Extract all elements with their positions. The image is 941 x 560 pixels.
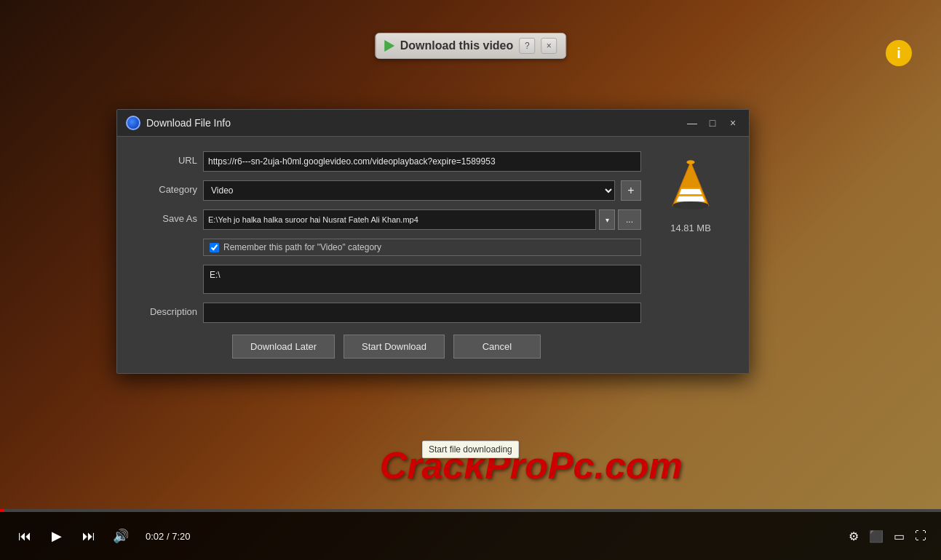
close-button[interactable]: × (726, 116, 740, 130)
download-bar-text: Download this video (400, 39, 514, 52)
remember-row: Remember this path for "Video" category (203, 239, 641, 256)
play-button[interactable]: ▶ (47, 526, 67, 546)
info-icon[interactable]: i (886, 40, 912, 66)
pip-icon[interactable]: ⬛ (869, 529, 884, 543)
time-display: 0:02 / 7:20 (146, 531, 190, 542)
minimize-button[interactable]: — (685, 116, 699, 130)
file-size: 14.81 MB (670, 223, 711, 233)
settings-icon[interactable]: ⚙ (849, 529, 859, 543)
time-total: 7:20 (172, 531, 190, 542)
saveas-dropdown-btn[interactable]: ▾ (599, 209, 615, 230)
download-this-video-bar: Download this video ? × (375, 33, 567, 59)
video-controls: ⏮ ▶ ⏭ 🔊 0:02 / 7:20 ⚙ ⬛ ▭ ⛶ (0, 509, 941, 560)
theater-icon[interactable]: ▭ (894, 529, 905, 543)
skip-forward-button[interactable]: ⏭ (79, 526, 99, 546)
svg-marker-3 (680, 189, 702, 194)
saveas-input[interactable] (203, 209, 596, 230)
category-select[interactable]: Video Audio Document (203, 180, 615, 201)
dialog-title: Download File Info (146, 117, 679, 129)
time-current: 0:02 (146, 531, 164, 542)
fullscreen-icon[interactable]: ⛶ (915, 529, 926, 543)
vlc-cone-icon (665, 159, 716, 217)
category-row: Video Audio Document + (203, 180, 641, 201)
saveas-browse-btn[interactable]: ... (618, 209, 641, 230)
download-dialog: Download File Info — □ × URL 14.81 MB (116, 109, 750, 374)
add-category-button[interactable]: + (621, 180, 641, 201)
path-spacer (132, 265, 197, 268)
category-label: Category (132, 180, 197, 195)
download-bar-close-btn[interactable]: × (541, 38, 557, 54)
buttons-row: Download Later Start Download Cancel (132, 332, 641, 359)
saveas-label: Save As (132, 209, 197, 224)
svg-point-5 (686, 160, 694, 164)
dialog-titlebar: Download File Info — □ × (117, 110, 749, 137)
saveas-row: ▾ ... (203, 209, 641, 230)
download-later-button[interactable]: Download Later (232, 335, 335, 359)
desc-label: Description (132, 303, 197, 317)
dialog-app-icon (126, 116, 140, 130)
maximize-button[interactable]: □ (705, 116, 720, 130)
path-display: E:\ (203, 265, 641, 294)
start-download-tooltip: Start file downloading (422, 441, 519, 458)
desc-input[interactable] (203, 303, 641, 323)
svg-point-4 (673, 201, 709, 209)
svg-marker-1 (680, 162, 701, 188)
url-input[interactable] (203, 151, 641, 172)
volume-button[interactable]: 🔊 (111, 526, 131, 546)
start-download-button[interactable]: Start Download (344, 335, 445, 359)
skip-back-button[interactable]: ⏮ (15, 526, 35, 546)
download-bar-help-btn[interactable]: ? (519, 38, 535, 54)
cancel-button[interactable]: Cancel (453, 335, 541, 359)
svg-marker-2 (676, 196, 704, 201)
remember-label: Remember this path for "Video" category (223, 242, 381, 252)
remember-spacer (132, 239, 197, 242)
vlc-area: 14.81 MB (647, 151, 734, 233)
play-icon (384, 40, 394, 52)
url-label: URL (132, 151, 197, 166)
remember-checkbox[interactable] (210, 243, 219, 252)
right-controls: ⚙ ⬛ ▭ ⛶ (849, 529, 926, 543)
controls-row: ⏮ ▶ ⏭ 🔊 0:02 / 7:20 ⚙ ⬛ ▭ ⛶ (0, 512, 941, 560)
dialog-body: URL 14.81 MB Category Video Au (117, 137, 749, 373)
